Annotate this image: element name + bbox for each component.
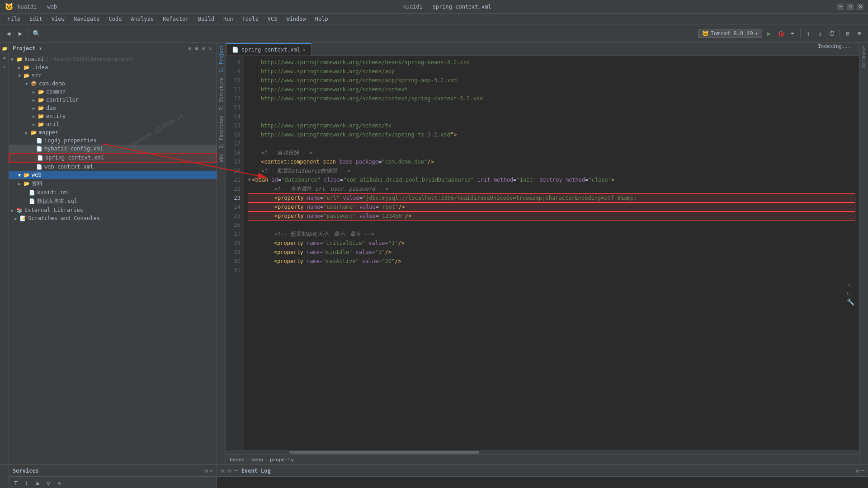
event-log-minus-icon[interactable]: ─ <box>234 468 237 474</box>
vtab-7-structure[interactable]: 7: Structure <box>218 75 225 113</box>
menu-help[interactable]: Help <box>311 15 332 23</box>
tree-item-sql[interactable]: ▶ 📄 数据库脚本.sql <box>9 197 217 206</box>
menu-navigate[interactable]: Navigate <box>70 15 104 23</box>
vtab-web[interactable]: Web <box>218 151 225 165</box>
window-controls[interactable]: ─ □ ✕ <box>837 4 863 10</box>
tree-item-dao[interactable]: ▶ 📂 dao <box>9 104 217 112</box>
menu-analyze[interactable]: Analyze <box>127 15 157 23</box>
tab-close-spring[interactable]: × <box>303 47 306 52</box>
vtab-1-project[interactable]: 1: Project <box>218 42 225 75</box>
event-log-close-icon[interactable]: ─ <box>861 468 864 474</box>
right-sidebar-database[interactable]: Database <box>861 44 866 70</box>
tree-expand-dao[interactable]: ▶ <box>33 106 38 111</box>
navigate-forward-icon[interactable]: ▶ <box>15 28 25 38</box>
log-check-icon[interactable]: ☑ <box>847 280 854 287</box>
tree-item-comdemo[interactable]: ▼ 📦 com.demo <box>9 80 217 88</box>
tree-item-kuaidi-iml[interactable]: ▶ 📄 kuaidi.iml <box>9 188 217 197</box>
tree-item-entity[interactable]: ▶ 📂 entity <box>9 112 217 120</box>
tree-item-util[interactable]: ▶ 📂 util <box>9 120 217 128</box>
git-update-icon[interactable]: ↑ <box>803 28 813 38</box>
favorites-icon[interactable]: ★ <box>0 62 9 70</box>
breadcrumb-property[interactable]: property <box>270 457 294 463</box>
git-history-icon[interactable]: ⏱ <box>827 28 837 38</box>
tree-item-mapper[interactable]: ▶ 📂 mapper <box>9 128 217 136</box>
eq-30b: = <box>378 257 382 266</box>
breadcrumb-beans[interactable]: beans <box>230 457 245 463</box>
tree-expand-scratches[interactable]: ▶ <box>14 216 20 221</box>
menu-refactor[interactable]: Refactor <box>159 15 193 23</box>
services-group-icon[interactable]: ⊞ <box>33 478 42 488</box>
services-settings-icon[interactable]: ⚙ <box>205 468 208 474</box>
menu-edit[interactable]: Edit <box>26 15 46 23</box>
breadcrumb-bean[interactable]: bean <box>251 457 264 463</box>
project-sidebar-icon[interactable]: 📁 <box>0 44 9 52</box>
run-button[interactable]: ▶ <box>764 28 774 38</box>
tree-item-common[interactable]: ▶ 📂 common <box>9 88 217 96</box>
tree-expand-src[interactable]: ▼ <box>18 73 24 78</box>
tree-item-web-context[interactable]: ▶ 📄 web-context.xml <box>9 163 217 171</box>
services-more-icon[interactable]: » <box>54 478 64 488</box>
tree-item-ext-libs[interactable]: ▶ 📚 External Libraries <box>9 206 217 214</box>
event-log-gear-icon[interactable]: ⚙ <box>221 468 224 474</box>
services-align-bottom-icon[interactable]: ⊥ <box>22 478 32 488</box>
debug-button[interactable]: 🐞 <box>776 28 786 38</box>
tree-item-scratches[interactable]: ▶ 📝 Scratches and Consoles <box>9 214 217 222</box>
tree-expand-common[interactable]: ▶ <box>33 89 38 94</box>
maximize-button[interactable]: □ <box>847 4 854 10</box>
tree-expand-controller[interactable]: ▶ <box>33 98 38 103</box>
tree-expand-util[interactable]: ▶ <box>33 122 38 127</box>
close-panel-icon[interactable]: ✕ <box>208 45 213 52</box>
structure-icon[interactable]: ≡ <box>0 53 9 61</box>
menu-file[interactable]: File <box>4 15 24 23</box>
tree-item-web[interactable]: ▼ 📂 web <box>9 171 217 179</box>
search-everywhere-icon[interactable]: 🔍 <box>31 28 41 38</box>
menu-build[interactable]: Build <box>194 15 218 23</box>
tree-item-log4j[interactable]: ▶ 📄 log4j.properties <box>9 136 217 145</box>
tree-item-idea[interactable]: ▶ 📂 .idea <box>9 63 217 71</box>
menu-window[interactable]: Window <box>283 15 309 23</box>
editor-tab-spring-context[interactable]: 📄 spring-context.xml × <box>226 43 311 56</box>
tree-expand-entity[interactable]: ▶ <box>33 114 38 119</box>
tree-expand-ext-libs[interactable]: ▶ <box>11 208 16 213</box>
tree-item-controller[interactable]: ▶ 📂 controller <box>9 96 217 104</box>
menu-tools[interactable]: Tools <box>239 15 262 23</box>
tree-item-spring-context[interactable]: ▶ 📄 spring-context.xml <box>9 153 217 163</box>
minimize-button[interactable]: ─ <box>837 4 844 10</box>
tree-item-kuaidi[interactable]: ▼ 📁 kuaidi C:\Users\51414\Desktop\kuaidi <box>9 55 217 63</box>
menu-code[interactable]: Code <box>105 15 126 23</box>
tree-item-src[interactable]: ▼ 📂 src <box>9 71 217 80</box>
vtab-2-favorites[interactable]: 2: Favorites <box>218 113 225 151</box>
tree-expand-mapper[interactable]: ▶ <box>25 130 31 135</box>
navigate-back-icon[interactable]: ◀ <box>4 28 14 38</box>
log-wrench-icon[interactable]: 🔧 <box>847 298 854 305</box>
log-item-icon[interactable]: ☐ <box>847 289 854 296</box>
tree-item-ziliao[interactable]: ▶ 📂 资料 <box>9 179 217 188</box>
event-log-settings-icon[interactable]: ⚙ <box>227 468 231 474</box>
services-align-top-icon[interactable]: ⊤ <box>11 478 21 488</box>
services-filter-icon[interactable]: ▽ <box>43 478 53 488</box>
scrollbar-horizontal[interactable] <box>226 450 859 455</box>
settings-icon[interactable]: ⚙ <box>843 28 853 38</box>
gear-panel-icon[interactable]: ⊕ <box>187 45 192 52</box>
scrollbar-thumb-h[interactable] <box>289 451 479 454</box>
tree-expand-web[interactable]: ▼ <box>18 173 24 178</box>
services-close-icon[interactable]: ✕ <box>210 468 213 474</box>
code-content[interactable]: http://www.springframework.org/schema/be… <box>244 56 859 450</box>
git-push-icon[interactable]: ↓ <box>815 28 825 38</box>
tag-30: property <box>277 257 303 266</box>
tree-expand-comdemo[interactable]: ▼ <box>25 81 31 86</box>
coverage-button[interactable]: ☂ <box>788 28 797 38</box>
run-config-dropdown[interactable]: 🐱 Tomcat 8.0.49 ▾ <box>698 29 762 38</box>
menu-view[interactable]: View <box>48 15 68 23</box>
menu-run[interactable]: Run <box>220 15 237 23</box>
tree-expand-kuaidi[interactable]: ▼ <box>11 57 16 62</box>
layout-icon[interactable]: ⊞ <box>854 28 864 38</box>
menu-vcs[interactable]: VCS <box>264 15 281 23</box>
tree-expand-ziliao[interactable]: ▶ <box>18 181 24 186</box>
layout-panel-icon[interactable]: ≡ <box>194 45 199 52</box>
tree-expand-idea[interactable]: ▶ <box>18 65 24 70</box>
tree-item-mybatis[interactable]: ▶ 📄 mybatis-config.xml <box>9 145 217 153</box>
settings-panel-icon[interactable]: ⚙ <box>201 45 206 52</box>
event-log-settings-icon2[interactable]: ⚙ <box>856 468 859 474</box>
close-button[interactable]: ✕ <box>857 4 863 10</box>
